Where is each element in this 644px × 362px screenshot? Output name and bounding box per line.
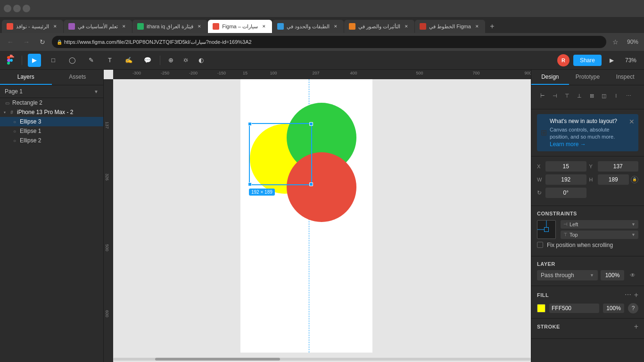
maximize-btn[interactable]: □ xyxy=(23,5,30,12)
horizontal-constraint-select[interactable]: ⊣ Left ▼ xyxy=(561,220,638,229)
design-tab[interactable]: Design xyxy=(531,70,569,85)
minimize-btn[interactable]: − xyxy=(13,5,21,12)
browser-tab-2[interactable]: تعلم الأساسيات في ✕ xyxy=(64,20,132,33)
zoom-level[interactable]: 73% xyxy=(622,56,639,65)
blend-mode-select[interactable]: Pass through ▼ xyxy=(537,270,598,280)
fill-dots-btn[interactable]: ⋯ xyxy=(625,291,631,299)
fill-hex-input[interactable]: FFF500 xyxy=(549,304,599,313)
fill-add-btn[interactable]: + xyxy=(634,291,638,299)
scrollbar-thumb[interactable] xyxy=(155,358,281,361)
tab-close-3[interactable]: ✕ xyxy=(196,23,203,30)
learn-more-link[interactable]: Learn more → xyxy=(550,141,586,148)
w-input[interactable]: 192 xyxy=(545,174,586,185)
distribute-h-btn[interactable]: ⁞ xyxy=(611,90,622,101)
prototype-tab[interactable]: Prototype xyxy=(569,70,607,85)
browser-tab-1[interactable]: الرئيسية - نوافذ ✕ xyxy=(2,20,63,33)
url-text: https://www.figma.com/file/2ILP0P8ONJVZT… xyxy=(64,39,252,45)
figma-logo[interactable] xyxy=(5,54,18,67)
h-input[interactable]: 189 xyxy=(598,174,629,185)
layer-ellipse2[interactable]: ○ Ellipse 2 xyxy=(0,136,103,145)
autolayout-icon: ⊞ xyxy=(541,128,547,137)
ruler-num-200: -200 xyxy=(189,71,198,75)
fix-position-checkbox[interactable] xyxy=(537,242,543,248)
comment-tool[interactable]: 💬 xyxy=(141,54,154,67)
figma-body: Layers Assets Page 1 ▼ ▭ Rectangle 2 ▾ #… xyxy=(0,70,644,362)
align-right-btn[interactable]: ⊤ xyxy=(561,90,573,101)
new-tab-btn[interactable]: + xyxy=(486,20,499,33)
align-left-btn[interactable]: ⊢ xyxy=(537,90,548,101)
tab-close-6[interactable]: ✕ xyxy=(403,23,410,30)
page-arrow: ▼ xyxy=(94,89,99,94)
components-tool[interactable]: ⊕ xyxy=(164,54,177,67)
browser-tab-7[interactable]: الخطوط في Figma ✕ xyxy=(415,20,485,33)
share-button[interactable]: Share xyxy=(573,55,602,66)
ellipse-red[interactable] xyxy=(287,152,356,222)
layer-ellipse1[interactable]: ○ Ellipse 1 xyxy=(0,126,103,136)
frame-tool[interactable]: □ xyxy=(47,54,60,67)
tab-close-4[interactable]: ✕ xyxy=(261,23,267,30)
tab-close-5[interactable]: ✕ xyxy=(332,23,339,30)
plugins-tool[interactable]: ⛭ xyxy=(179,54,192,67)
shapes-tool[interactable]: ◯ xyxy=(66,54,79,67)
layer-label-iphone: iPhone 13 Pro Max - 2 xyxy=(17,109,73,115)
text-tool[interactable]: T xyxy=(103,54,116,67)
align-middle-btn[interactable]: ⊞ xyxy=(586,90,597,101)
align-bottom-btn[interactable]: ◫ xyxy=(598,90,610,101)
fill-help-btn[interactable]: ? xyxy=(628,303,638,313)
tab-close-2[interactable]: ✕ xyxy=(121,23,127,30)
scrollbar-horizontal[interactable] xyxy=(113,357,531,361)
assets-tab[interactable]: Assets xyxy=(52,70,104,85)
tab-close-7[interactable]: ✕ xyxy=(474,23,480,30)
opacity-input[interactable]: 100% xyxy=(601,270,624,280)
lock-aspect-btn[interactable]: 🔒 xyxy=(631,176,638,183)
back-btn[interactable]: ← xyxy=(4,35,17,49)
align-top-btn[interactable]: ⊥ xyxy=(574,90,585,101)
theme-tool[interactable]: ◐ xyxy=(194,54,207,67)
y-input[interactable]: 137 xyxy=(598,161,639,172)
tab-label-1: الرئيسية - نوافذ xyxy=(16,24,49,30)
browser-tab-3[interactable]: ithara iq قيثارة العراق ✕ xyxy=(132,20,207,33)
forward-btn[interactable]: → xyxy=(20,35,33,49)
hand-tool[interactable]: ✍ xyxy=(122,54,135,67)
visibility-toggle[interactable]: 👁 xyxy=(627,270,638,281)
play-button[interactable]: ▶ xyxy=(605,54,619,67)
expand-arrow-iphone: ▾ xyxy=(4,110,6,115)
layer-rect2[interactable]: ▭ Rectangle 2 xyxy=(0,98,103,107)
ruler-num-100: 100 xyxy=(270,71,277,75)
layers-tab[interactable]: Layers xyxy=(0,70,52,85)
x-label: X xyxy=(537,164,544,169)
close-btn[interactable]: ✕ xyxy=(4,5,11,12)
address-bar: ← → ↻ 🔒 https://www.figma.com/file/2ILP0… xyxy=(0,33,644,51)
pen-tool[interactable]: ✎ xyxy=(84,54,98,67)
ruler-vertical: 137 326 500 600 xyxy=(104,79,113,362)
refresh-btn[interactable]: ↻ xyxy=(36,35,49,49)
browser-tab-5[interactable]: الطبقات والحدود في ✕ xyxy=(272,20,344,33)
url-bar[interactable]: 🔒 https://www.figma.com/file/2ILP0P8ONJV… xyxy=(52,36,606,48)
vertical-constraint-select[interactable]: ⊤ Top ▼ xyxy=(561,230,638,239)
rotation-field-group: ↻ 0° xyxy=(537,188,586,198)
browser-tab-4[interactable]: Figma – سيارات ✕ xyxy=(208,20,272,33)
rotation-input[interactable]: 0° xyxy=(545,188,586,198)
bookmark-btn[interactable]: ☆ xyxy=(609,35,622,49)
tab-close-1[interactable]: ✕ xyxy=(52,23,58,30)
browser-tab-6[interactable]: التأثيرات والصور في ✕ xyxy=(344,20,414,33)
inspect-tab[interactable]: Inspect xyxy=(606,70,644,85)
tool-group-hand: ✍ xyxy=(120,54,137,67)
distribute-v-btn[interactable]: ⋯ xyxy=(623,90,634,101)
canvas-content: iPhone 13 Pro Max - 2 xyxy=(113,79,531,353)
x-input[interactable]: 15 xyxy=(545,161,586,172)
layer-ellipse3[interactable]: ○ Ellipse 3 xyxy=(0,117,103,126)
ellipse2-icon: ○ xyxy=(11,137,18,144)
autolayout-close-btn[interactable]: ✕ xyxy=(629,118,635,125)
layer-iphone[interactable]: ▾ # iPhone 13 Pro Max - 2 xyxy=(0,107,103,117)
canvas-area[interactable]: -300 -250 -200 -150 15 100 207 400 500 7… xyxy=(104,70,531,362)
constraints-title: Constraints xyxy=(537,211,638,216)
fill-color-swatch[interactable] xyxy=(537,304,545,313)
page-selector[interactable]: Page 1 ▼ xyxy=(0,85,103,98)
alignment-section: ⊢ ⊣ ⊤ ⊥ ⊞ ◫ ⁞ ⋯ xyxy=(531,85,644,109)
select-tool[interactable]: ▶ xyxy=(28,54,41,67)
fill-opacity-input[interactable]: 100% xyxy=(603,304,624,313)
stroke-add-btn[interactable]: + xyxy=(634,322,638,331)
tab-label-5: الطبقات والحدود في xyxy=(287,24,330,30)
align-center-h-btn[interactable]: ⊣ xyxy=(549,90,561,101)
